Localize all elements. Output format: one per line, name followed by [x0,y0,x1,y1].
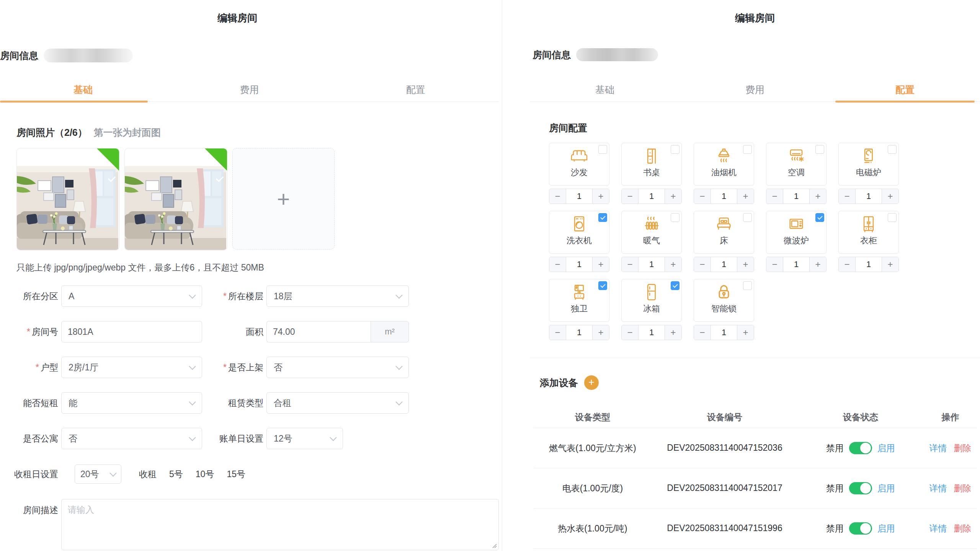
photo-upload-button[interactable]: + [232,148,335,249]
plus-button[interactable]: + [809,189,826,204]
area-input[interactable] [266,321,371,342]
tab-fees[interactable]: 费用 [680,78,830,101]
device-enable-toggle[interactable] [849,442,872,454]
config-item-sofa[interactable]: 沙发 [549,143,609,186]
plus-button[interactable]: + [737,189,754,204]
checkbox[interactable] [598,281,607,290]
minus-button[interactable]: − [622,257,639,272]
minus-button[interactable]: − [549,325,566,340]
count-value[interactable]: 1 [639,325,665,340]
count-value[interactable]: 1 [856,257,882,272]
checkbox[interactable] [888,213,897,222]
plus-button[interactable]: + [592,325,609,340]
tab-basic[interactable]: 基础 [530,78,680,101]
short-rent-select[interactable]: 能 [61,392,202,414]
zone-select[interactable]: A [61,285,202,307]
collect-day-option[interactable]: 5号 [169,468,183,480]
minus-button[interactable]: − [766,189,783,204]
plus-button[interactable]: + [882,257,898,272]
config-item-wardrobe[interactable]: 衣柜 [838,211,899,254]
config-item-desk[interactable]: 书桌 [621,143,682,186]
count-value[interactable]: 1 [639,189,665,204]
tab-fees[interactable]: 费用 [166,78,332,101]
checkbox[interactable] [743,281,752,290]
collect-day-select[interactable]: 20号 [75,465,121,484]
config-item-induction-cooker[interactable]: 电磁炉 [838,143,899,186]
checkbox[interactable] [743,145,752,154]
count-value[interactable]: 1 [856,189,882,204]
minus-button[interactable]: − [694,257,711,272]
device-enable-toggle[interactable] [849,482,872,494]
minus-button[interactable]: − [694,325,711,340]
plus-button[interactable]: + [592,257,609,272]
delete-link[interactable]: 删除 [954,442,972,454]
description-textarea[interactable] [61,499,499,550]
plus-button[interactable]: + [809,257,826,272]
listed-select[interactable]: 否 [266,357,409,378]
minus-button[interactable]: − [549,257,566,272]
device-enable-toggle[interactable] [849,522,872,535]
minus-button[interactable]: − [622,189,639,204]
checkbox[interactable] [671,213,679,222]
plus-button[interactable]: + [882,189,898,204]
config-item-washing-machine[interactable]: 洗衣机 [549,211,609,254]
detail-link[interactable]: 详情 [929,523,947,535]
count-value[interactable]: 1 [711,325,737,340]
checkbox[interactable] [888,145,897,154]
minus-button[interactable]: − [549,189,566,204]
config-item-smart-lock[interactable]: 智能锁 [694,279,754,322]
checkbox[interactable] [815,213,824,222]
room-photo-2[interactable] [124,148,227,250]
minus-button[interactable]: − [766,257,783,272]
detail-link[interactable]: 详情 [929,483,947,494]
config-item-bed[interactable]: 床 [694,211,754,254]
room-photo-1[interactable] [16,148,119,250]
minus-button[interactable]: − [622,325,639,340]
collect-day-option[interactable]: 10号 [196,468,214,480]
count-value[interactable]: 1 [639,257,665,272]
delete-link[interactable]: 删除 [954,483,972,494]
minus-button[interactable]: − [839,189,856,204]
plus-button[interactable]: + [665,257,681,272]
count-value[interactable]: 1 [566,257,592,272]
checkbox[interactable] [671,281,679,290]
tab-config[interactable]: 配置 [333,78,499,101]
tab-config[interactable]: 配置 [830,78,980,101]
count-value[interactable]: 1 [566,325,592,340]
room-no-input[interactable] [61,321,202,342]
config-item-microwave[interactable]: 微波炉 [766,211,826,254]
count-value[interactable]: 1 [783,257,809,272]
plus-button[interactable]: + [665,325,681,340]
delete-link[interactable]: 删除 [954,523,972,535]
detail-link[interactable]: 详情 [929,442,947,454]
count-value[interactable]: 1 [711,257,737,272]
add-device-button[interactable]: + [584,375,599,390]
checkbox[interactable] [815,145,824,154]
minus-button[interactable]: − [839,257,856,272]
plus-button[interactable]: + [592,189,609,204]
floor-select[interactable]: 18层 [266,285,409,307]
resize-handle-icon[interactable] [492,543,497,548]
count-value[interactable]: 1 [566,189,592,204]
lease-type-select[interactable]: 合租 [266,392,409,414]
collect-day-option[interactable]: 15号 [227,468,245,480]
checkbox[interactable] [743,213,752,222]
plus-button[interactable]: + [737,325,754,340]
minus-button[interactable]: − [694,189,711,204]
bill-day-select[interactable]: 12号 [266,428,343,449]
tab-basic[interactable]: 基础 [0,78,166,101]
config-item-air-conditioner[interactable]: 空调 [766,143,826,186]
checkbox[interactable] [598,145,607,154]
apartment-select[interactable]: 否 [61,428,202,449]
config-item-fridge[interactable]: 冰箱 [621,279,682,322]
count-value[interactable]: 1 [711,189,737,204]
config-item-private-bathroom[interactable]: 独卫 [549,279,609,322]
layout-select[interactable]: 2房/1厅 [61,357,202,378]
config-item-heater[interactable]: 暖气 [621,211,682,254]
count-value[interactable]: 1 [783,189,809,204]
checkbox[interactable] [598,213,607,222]
config-item-range-hood[interactable]: 油烟机 [694,143,754,186]
checkbox[interactable] [671,145,679,154]
plus-button[interactable]: + [737,257,754,272]
plus-button[interactable]: + [665,189,681,204]
